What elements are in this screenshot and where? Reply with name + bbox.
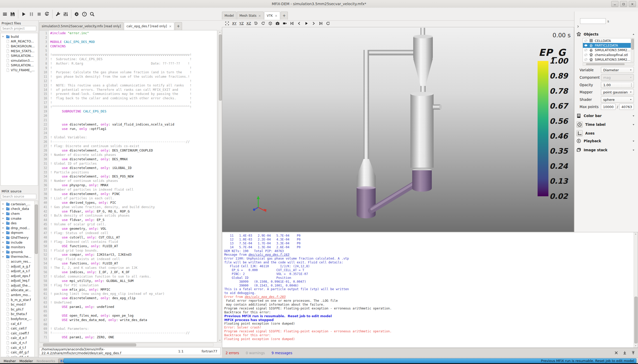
source-tree-item[interactable]: calc_dif_g.f [1, 350, 38, 355]
spin-down-icon[interactable] [630, 85, 633, 87]
object-row[interactable]: SIMULATION3.5MM2... [583, 48, 634, 52]
object-row[interactable]: CELLDATA [583, 38, 634, 43]
warnings-count[interactable]: 0 warnings [246, 351, 265, 355]
spin-up-icon[interactable] [630, 83, 633, 85]
sidebar-collapse-chevron-icon[interactable] [576, 25, 580, 28]
vtk-3d-view[interactable] [222, 27, 574, 232]
total-points-input[interactable]: 40763 [619, 104, 634, 110]
source-tree-item[interactable]: GhdTheory [1, 235, 38, 240]
visibility-off-icon[interactable] [584, 39, 588, 43]
expander-icon[interactable] [2, 241, 4, 244]
close-button[interactable] [629, 1, 636, 7]
visibility-on-icon[interactable] [584, 43, 588, 47]
source-tree-scrollbar[interactable] [34, 201, 38, 357]
search-button[interactable] [89, 11, 96, 17]
section-time-label[interactable]: Time label [574, 121, 638, 128]
scroll-to-top-button[interactable] [631, 351, 635, 355]
loop-button[interactable] [325, 21, 331, 26]
project-tree-item[interactable]: AIR_REACTO... [1, 39, 38, 44]
mode-modeler[interactable]: Modeler [20, 359, 33, 363]
max-points-input[interactable]: 10000 [601, 104, 616, 110]
visibility-off-icon[interactable] [584, 58, 588, 61]
settings-button[interactable] [73, 11, 80, 17]
play-frames-button[interactable] [304, 21, 309, 26]
expander-icon[interactable] [2, 227, 4, 229]
expander-icon[interactable] [2, 208, 4, 210]
visibility-off-icon[interactable] [584, 48, 588, 52]
source-tree-item[interactable]: adjust_a_s.f [1, 269, 38, 273]
view-xy-button[interactable]: XY [231, 21, 237, 26]
help-button[interactable]: ? [81, 11, 88, 17]
source-tree-item[interactable]: dmp_mod... [1, 226, 38, 230]
scroll-down-arrow[interactable] [218, 339, 221, 342]
snapshot-button[interactable] [275, 21, 280, 26]
viewer-new-tab-button[interactable]: + [281, 12, 288, 20]
axes-icon[interactable] [576, 130, 583, 136]
source-tree-item[interactable]: bc_theta.f [1, 312, 38, 317]
close-tab-icon[interactable] [275, 14, 278, 17]
editor-horizontal-scrollbar[interactable] [39, 343, 213, 347]
project-search-input[interactable] [1, 26, 36, 31]
viewer-tab[interactable]: Mesh Stats [237, 12, 264, 20]
object-row[interactable]: SIMULATION3.5MM2... [583, 57, 634, 62]
expander-icon[interactable] [2, 222, 4, 225]
source-tree-item[interactable]: b_m_p_star.f [1, 297, 38, 302]
section-playback[interactable]: Playback [574, 138, 638, 144]
expander-icon[interactable] [2, 246, 4, 248]
scroll-to-bottom-button[interactable] [623, 351, 627, 355]
mapper-dropdown[interactable]: point gaussian [601, 89, 634, 95]
section-color-bar[interactable]: Color bar [574, 113, 638, 119]
source-tree-item[interactable]: des [1, 221, 38, 226]
source-tree-item[interactable]: include [1, 240, 38, 245]
frame-prev-button[interactable] [296, 21, 302, 26]
visibility-off-icon[interactable] [584, 53, 588, 57]
source-tree-item[interactable]: chem [1, 211, 38, 216]
project-tree-item[interactable]: simulation3.... [1, 58, 38, 63]
source-tree-item[interactable]: cal_d.f [1, 321, 38, 326]
source-tree-item[interactable]: allocate_ar... [1, 288, 38, 293]
run-button[interactable] [20, 11, 27, 17]
frame-last-button[interactable] [318, 21, 324, 26]
editor-tab[interactable]: simulation3.5mm25secvar_velocity.mfx [re… [39, 22, 123, 30]
console-output[interactable]: 11 1.4E-03 2.9E-04 5.7E-04 P0 12 1.0E-03… [222, 232, 638, 348]
objects-list-scrollbar[interactable] [631, 38, 634, 62]
objects-collapse-arrow-icon[interactable] [632, 33, 635, 36]
source-tree-item[interactable]: bodyforce_... [1, 316, 38, 321]
section-axes[interactable]: Axes [574, 130, 638, 136]
sidebar-search-input[interactable] [580, 18, 606, 24]
source-tree-item[interactable]: ambm_mo... [1, 292, 38, 297]
section-image-stack[interactable]: Image stack [574, 147, 638, 153]
source-tree-item[interactable]: check_data [1, 207, 38, 211]
source-tree-item[interactable]: calc_d_e.f [1, 336, 38, 341]
frame-next-button[interactable] [311, 21, 316, 26]
project-tree-item[interactable]: build [1, 34, 38, 39]
source-tree-item[interactable]: qmomk [1, 250, 38, 254]
expander-icon[interactable] [2, 35, 4, 38]
source-tree-item[interactable]: accum_res... [1, 259, 38, 264]
view-xz-button[interactable]: XZ [246, 21, 252, 26]
menu-button[interactable] [2, 11, 8, 17]
editor-vertical-scrollbar[interactable] [218, 30, 222, 342]
console-scroll-down-icon[interactable] [634, 344, 637, 347]
expander-icon[interactable] [2, 212, 4, 215]
source-tree-item[interactable]: cartesian_... [1, 202, 38, 207]
source-tree-item[interactable]: adjust_eps.f [1, 273, 38, 278]
source-tree-item[interactable]: calc_d_t.f [1, 345, 38, 350]
object-row[interactable]: chemicalloopfinal.stl [583, 52, 634, 57]
source-search-input[interactable] [1, 194, 36, 199]
expander-icon[interactable] [2, 232, 4, 234]
project-tree-item[interactable]: MESH_STATS... [1, 49, 38, 54]
source-tree-item[interactable]: dqmom [1, 230, 38, 235]
viewer-tab[interactable]: Model [222, 12, 236, 20]
editor-new-tab-button[interactable]: + [175, 22, 182, 30]
console-scroll-up-icon[interactable] [634, 233, 637, 236]
clock-icon[interactable] [576, 121, 583, 128]
editor-tab[interactable]: calc_epg_des.f [read only] [124, 22, 174, 30]
source-tree-item[interactable]: calc_cell.f [1, 326, 38, 331]
objects-list-hscrollbar[interactable] [583, 63, 634, 66]
source-tree-item[interactable]: adjust_the... [1, 283, 38, 288]
frame-first-button[interactable] [289, 21, 295, 26]
expander-icon[interactable] [2, 251, 4, 253]
project-tree-item[interactable]: BACKGROUN... [1, 44, 38, 49]
console-scrollbar[interactable] [634, 232, 638, 348]
